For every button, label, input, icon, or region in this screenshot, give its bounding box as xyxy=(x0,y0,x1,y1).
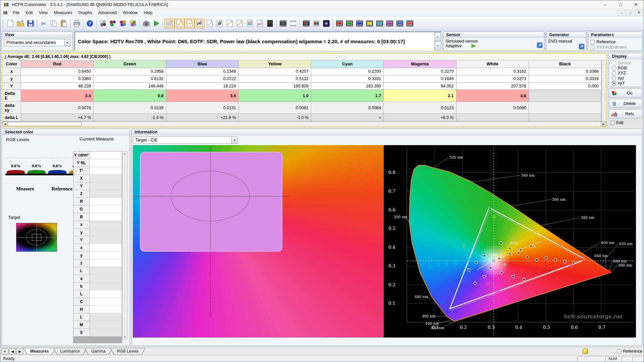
table-cell[interactable]: 1.0 xyxy=(239,90,311,102)
prev-tab-button[interactable]: ◀ xyxy=(9,348,16,354)
current-measure-scrollbar[interactable]: ▲ ▼ xyxy=(122,151,127,340)
film-blue2-button[interactable] xyxy=(395,18,405,28)
menu-file[interactable]: File xyxy=(10,9,22,16)
edit-checkbox-row[interactable]: Edit xyxy=(610,120,642,125)
view-table-button[interactable] xyxy=(164,18,174,28)
film-red-button[interactable] xyxy=(334,18,344,28)
column-header-cyan[interactable]: Cyan xyxy=(311,60,384,68)
view-magenta-button[interactable] xyxy=(255,18,265,28)
information-dropdown[interactable]: Target - CIE ▼ xyxy=(133,136,237,144)
table-cell[interactable]: 0.3373 xyxy=(457,75,529,83)
measure-row-value[interactable] xyxy=(90,152,122,159)
measure-row-value[interactable] xyxy=(90,167,122,175)
column-header-white[interactable]: White xyxy=(457,60,529,68)
galaxy-button[interactable] xyxy=(321,18,331,28)
menu-measures[interactable]: Measures xyxy=(51,9,75,16)
measure-saturation-button[interactable] xyxy=(118,18,128,28)
film-cyan-button[interactable] xyxy=(375,18,385,28)
view-gamma-button[interactable] xyxy=(174,18,184,28)
view-wave-button[interactable] xyxy=(184,18,195,28)
radio-icon[interactable] xyxy=(612,81,616,85)
view-dark-button[interactable] xyxy=(265,18,275,28)
measure-row-value[interactable] xyxy=(90,221,122,229)
table-cell[interactable]: 0.8 xyxy=(94,90,166,102)
close-tab-button[interactable]: ✕ xyxy=(2,348,8,354)
measure-row-value[interactable] xyxy=(90,159,122,167)
go-button[interactable]: Go xyxy=(609,88,642,98)
table-cell[interactable]: 3.5 xyxy=(166,90,239,102)
open-folder-button[interactable] xyxy=(15,18,25,28)
chevron-down-icon[interactable]: ▼ xyxy=(231,137,237,143)
table-cell[interactable]: 0.0081 xyxy=(239,102,311,114)
scroll-up-icon[interactable]: ▲ xyxy=(123,152,126,155)
table-cell[interactable]: 0.0131 xyxy=(166,102,239,114)
view-rgblines-button[interactable] xyxy=(245,18,255,28)
table-cell[interactable]: -1.0 % xyxy=(239,114,311,121)
display-option-xyy[interactable]: xyY xyxy=(612,81,640,85)
scroll-right-icon[interactable]: ▶ xyxy=(601,122,606,126)
table-cell[interactable]: +4.7 % xyxy=(21,114,94,121)
table-cell[interactable]: 0.3316 xyxy=(529,75,601,83)
view-curve1-button[interactable] xyxy=(225,18,235,28)
table-cell[interactable]: 0.0123 xyxy=(384,102,456,114)
paste-button[interactable] xyxy=(59,18,69,28)
measure-row-value[interactable] xyxy=(90,275,122,283)
scrollbar-thumb[interactable] xyxy=(8,122,82,126)
measure-row-value[interactable] xyxy=(90,313,122,321)
run-button[interactable] xyxy=(151,18,161,28)
tab-gamma[interactable]: Gamma xyxy=(84,348,113,355)
radio-icon[interactable] xyxy=(612,71,616,75)
table-cell[interactable]: 0.1549 xyxy=(166,68,239,75)
measure-row-value[interactable] xyxy=(90,298,122,306)
table-cell[interactable]: 0.0078 xyxy=(21,102,94,114)
measure-row-value[interactable] xyxy=(90,175,122,182)
table-cell[interactable]: 1.7 xyxy=(311,90,384,102)
measure-grayscale-button[interactable] xyxy=(98,18,108,28)
help-button[interactable]: ? xyxy=(85,18,95,28)
table-cell[interactable]: 46.239 xyxy=(21,83,94,90)
table-cell[interactable]: 0.3360 xyxy=(21,75,94,83)
view-multi-button[interactable] xyxy=(195,18,205,28)
table-cell[interactable]: 2.1 xyxy=(384,90,456,102)
measure-row-value[interactable] xyxy=(90,236,122,244)
table-cell[interactable]: +8.3 % xyxy=(384,114,456,121)
column-header-yellow[interactable]: Yellow xyxy=(239,60,311,68)
reference-checkbox-row[interactable]: Reference xyxy=(590,40,640,44)
measure-row-value[interactable] xyxy=(90,182,122,190)
next-tab-button[interactable]: ▶ xyxy=(16,348,23,354)
table-cell[interactable]: 0.3331 xyxy=(311,75,384,83)
spin-up-button[interactable]: ▲ xyxy=(435,32,441,41)
measure-row-value[interactable] xyxy=(90,213,122,221)
menu-help[interactable]: Help xyxy=(141,9,156,16)
notification-icon[interactable] xyxy=(583,349,588,354)
spin-down-button[interactable]: ▼ xyxy=(435,41,441,50)
view-dropdown[interactable]: Primaries and secondaries ▼ xyxy=(4,39,70,46)
menu-view[interactable]: View xyxy=(36,9,51,16)
film-rgb1-button[interactable] xyxy=(301,18,311,28)
copy-button[interactable] xyxy=(49,18,59,28)
measure-row-value[interactable] xyxy=(90,198,122,205)
display-option-xyz[interactable]: xyz xyxy=(612,76,640,80)
table-cell[interactable] xyxy=(529,102,601,114)
table-cell[interactable]: 0.3270 xyxy=(384,68,456,75)
measure-row-value[interactable] xyxy=(90,283,122,290)
table-cell[interactable]: 64.052 xyxy=(384,83,456,90)
display-option-xyz[interactable]: XYZ xyxy=(612,71,640,75)
film-light-button[interactable] xyxy=(288,18,298,28)
table-cell[interactable] xyxy=(457,114,529,121)
measure-row-value[interactable] xyxy=(90,290,122,298)
column-header-green[interactable]: Green xyxy=(94,60,166,68)
measure-row-value[interactable] xyxy=(90,267,122,275)
table-cell[interactable] xyxy=(529,114,601,121)
measure-full-button[interactable] xyxy=(128,18,138,28)
menu-graphs[interactable]: Graphs xyxy=(75,9,95,16)
column-header-color[interactable]: Color xyxy=(2,60,21,68)
table-cell[interactable]: 163.390 xyxy=(311,83,384,90)
chevron-down-icon[interactable]: ▼ xyxy=(64,39,70,46)
tab-luminance[interactable]: Luminance xyxy=(53,348,87,355)
menu-edit[interactable]: Edit xyxy=(22,9,36,16)
film-rgb2-button[interactable] xyxy=(311,18,321,28)
table-cell[interactable]: 0.3366 xyxy=(529,68,601,75)
mdi-minimize-button[interactable]: – xyxy=(618,10,626,16)
measure-row-value[interactable] xyxy=(90,321,122,329)
